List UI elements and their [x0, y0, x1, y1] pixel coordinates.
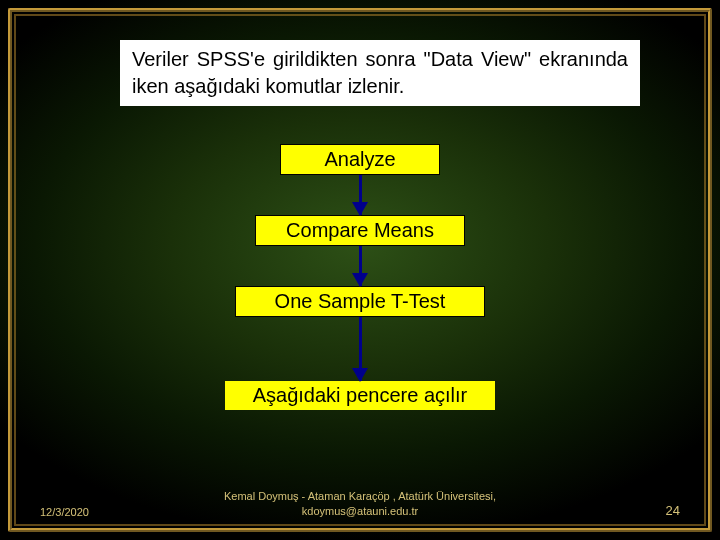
step-analyze: Analyze	[280, 144, 440, 175]
footer-page-number: 24	[530, 503, 680, 518]
arrow-icon	[359, 246, 362, 286]
step-compare-means: Compare Means	[255, 215, 465, 246]
step-one-sample-ttest: One Sample T-Test	[235, 286, 485, 317]
slide-footer: 12/3/2020 Kemal Doymuş - Ataman Karaçöp …	[0, 489, 720, 518]
slide: Veriler SPSS'e girildikten sonra "Data V…	[0, 0, 720, 540]
step-result: Aşağıdaki pencere açılır	[225, 381, 495, 410]
arrow-icon	[359, 317, 362, 381]
arrow-icon	[359, 175, 362, 215]
footer-author: Kemal Doymuş - Ataman Karaçöp , Atatürk …	[190, 489, 530, 518]
intro-text: Veriler SPSS'e girildikten sonra "Data V…	[120, 40, 640, 106]
slide-content: Veriler SPSS'e girildikten sonra "Data V…	[0, 0, 720, 540]
footer-date: 12/3/2020	[40, 506, 190, 518]
